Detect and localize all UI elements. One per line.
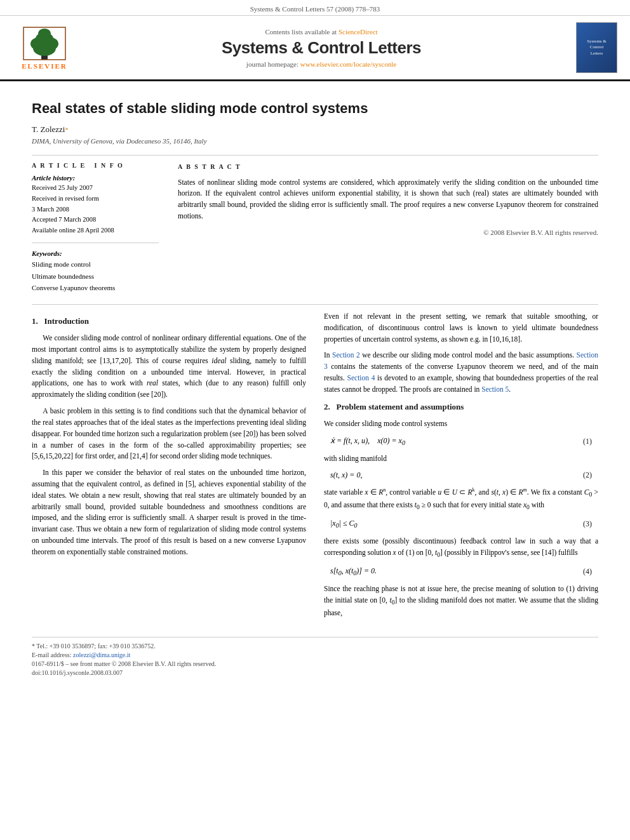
equation-1: ẋ = f(t, x, u), x(0) = x0 (1) bbox=[324, 435, 598, 448]
journal-ref-text: Systems & Control Letters 57 (2008) 778–… bbox=[250, 5, 380, 13]
article-dates: Received 25 July 2007 Received in revise… bbox=[32, 183, 159, 236]
section-2-number: 2. bbox=[324, 402, 330, 411]
keyword-2: Ultimate boundedness bbox=[32, 270, 159, 283]
eq2-number: (2) bbox=[583, 469, 592, 481]
footer-doi: doi:10.1016/j.sysconle.2008.03.007 bbox=[32, 669, 598, 676]
equation-4: s[t0, x(t0)] = 0. (4) bbox=[324, 565, 598, 578]
footnote-tel: Tel.: +39 010 3536897; fax: +39 010 3536… bbox=[36, 643, 156, 650]
feedback-text: there exists some (possibly discontinuou… bbox=[324, 536, 598, 560]
keywords-list: Sliding mode control Ultimate boundednes… bbox=[32, 258, 159, 294]
eq2-content: s(t, x) = 0, bbox=[330, 469, 583, 481]
homepage-prefix: journal homepage: bbox=[246, 60, 300, 68]
section-1-number: 1. bbox=[32, 316, 38, 326]
right-para-2: In Section 2 we describe our sliding mod… bbox=[324, 350, 598, 395]
journal-title-block: Contents lists available at ScienceDirec… bbox=[76, 28, 566, 68]
eq1-number: (1) bbox=[583, 436, 592, 448]
footnote-email: E-mail address: zolezzi@dima.unige.it bbox=[32, 651, 598, 658]
eq3-content: |x0| ≤ C0 bbox=[330, 517, 583, 531]
author-line: T. Zolezzi* bbox=[32, 124, 598, 135]
sciencedirect-prefix: Contents lists available at bbox=[265, 28, 338, 36]
journal-cover-image: Systems &ControlLetters bbox=[566, 22, 617, 73]
author-footnote-marker: * bbox=[65, 126, 68, 133]
section-1-title: 1. Introduction bbox=[32, 315, 306, 328]
keyword-3: Converse Lyapunov theorems bbox=[32, 282, 159, 294]
with-sliding-text: with sliding manifold bbox=[324, 453, 598, 465]
eq4-number: (4) bbox=[583, 566, 592, 578]
info-abstract-section: A R T I C L E I N F O Article history: R… bbox=[32, 162, 598, 294]
keyword-1: Sliding mode control bbox=[32, 258, 159, 270]
cover-text: Systems &ControlLetters bbox=[587, 39, 607, 56]
intro-para-2: A basic problem in this setting is to fi… bbox=[32, 406, 306, 462]
state-var-text: state variable x ∈ Rn, control variable … bbox=[324, 486, 598, 512]
keywords-label: Keywords: bbox=[32, 250, 159, 257]
history-label: Article history: bbox=[32, 174, 159, 182]
equation-3: |x0| ≤ C0 (3) bbox=[324, 517, 598, 531]
eq3-number: (3) bbox=[583, 518, 592, 530]
journal-reference-bar: Systems & Control Letters 57 (2008) 778–… bbox=[0, 0, 630, 16]
cover-thumbnail: Systems &ControlLetters bbox=[576, 22, 617, 73]
eq4-content: s[t0, x(t0)] = 0. bbox=[330, 565, 583, 578]
eq1-content: ẋ = f(t, x, u), x(0) = x0 bbox=[330, 435, 583, 448]
elsevier-tree-icon bbox=[22, 26, 67, 61]
email-link[interactable]: zolezzi@dima.unige.it bbox=[73, 651, 130, 658]
footnote-star: * bbox=[32, 643, 35, 650]
author-affiliation: DIMA, University of Genova, via Dodecane… bbox=[32, 137, 598, 145]
svg-point-5 bbox=[38, 29, 51, 39]
homepage-link[interactable]: www.elsevier.com/locate/sysconle bbox=[300, 60, 396, 68]
body-right-column: Even if not relevant in the present sett… bbox=[324, 311, 598, 624]
elsevier-brand-text: ELSEVIER bbox=[22, 62, 67, 70]
page-container: Systems & Control Letters 57 (2008) 778–… bbox=[0, 0, 630, 840]
problem-intro-text: We consider sliding mode control systems bbox=[324, 418, 598, 430]
body-columns: 1. Introduction We consider sliding mode… bbox=[32, 311, 598, 624]
journal-homepage-line: journal homepage: www.elsevier.com/locat… bbox=[76, 60, 566, 68]
revised-date: 3 March 2008 bbox=[32, 204, 159, 215]
section-2-heading: Problem statement and assumptions bbox=[337, 402, 464, 411]
abstract-column: A B S T R A C T States of nonlinear slid… bbox=[178, 162, 598, 294]
abstract-text: States of nonlinear sliding mode control… bbox=[178, 177, 598, 222]
received-date: Received 25 July 2007 bbox=[32, 183, 159, 194]
intro-para-3: In this paper we consider the behavior o… bbox=[32, 467, 306, 558]
email-label: E-mail address: bbox=[32, 651, 73, 658]
article-title: Real states of stable sliding mode contr… bbox=[32, 100, 598, 117]
footer-section: * Tel.: +39 010 3536897; fax: +39 010 35… bbox=[32, 637, 598, 676]
footnote-contact: * Tel.: +39 010 3536897; fax: +39 010 35… bbox=[32, 643, 598, 650]
accepted-date: Accepted 7 March 2008 bbox=[32, 215, 159, 225]
section-2-title: 2. Problem statement and assumptions bbox=[324, 401, 598, 413]
equation-2: s(t, x) = 0, (2) bbox=[324, 469, 598, 481]
sciencedirect-line: Contents lists available at ScienceDirec… bbox=[76, 28, 566, 36]
body-left-column: 1. Introduction We consider sliding mode… bbox=[32, 311, 306, 624]
elsevier-logo: ELSEVIER bbox=[13, 26, 76, 70]
section-1-heading: Introduction bbox=[44, 316, 90, 326]
abstract-heading: A B S T R A C T bbox=[178, 162, 598, 172]
article-info-heading: A R T I C L E I N F O bbox=[32, 162, 159, 169]
intro-para-1: We consider sliding mode control of nonl… bbox=[32, 333, 306, 401]
reaching-text: Since the reaching phase is not at issue… bbox=[324, 583, 598, 619]
article-info-column: A R T I C L E I N F O Article history: R… bbox=[32, 162, 159, 294]
sciencedirect-link[interactable]: ScienceDirect bbox=[338, 28, 378, 36]
copyright-line: © 2008 Elsevier B.V. All rights reserved… bbox=[178, 227, 598, 238]
main-content: Real states of stable sliding mode contr… bbox=[0, 81, 630, 691]
available-date: Available online 28 April 2008 bbox=[32, 225, 159, 236]
received-revised-label: Received in revised form bbox=[32, 194, 159, 204]
divider-2 bbox=[32, 304, 598, 305]
right-para-1: Even if not relevant in the present sett… bbox=[324, 311, 598, 345]
author-name: T. Zolezzi bbox=[32, 124, 65, 134]
divider-info bbox=[32, 243, 159, 243]
journal-name-heading: Systems & Control Letters bbox=[76, 38, 566, 58]
divider-1 bbox=[32, 155, 598, 156]
footer-issn: 0167-6911/$ – see front matter © 2008 El… bbox=[32, 660, 598, 667]
journal-header: ELSEVIER Contents lists available at Sci… bbox=[0, 16, 630, 81]
